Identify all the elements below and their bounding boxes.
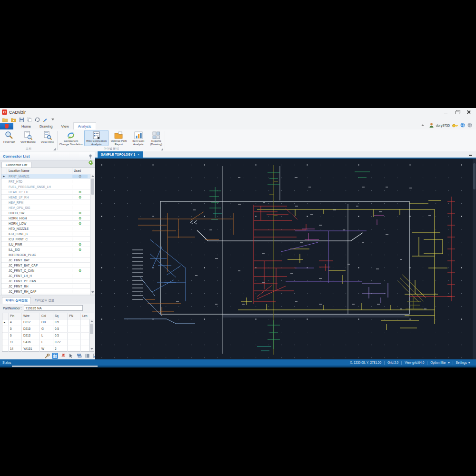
close-tab-icon[interactable]: × (138, 153, 139, 156)
pin-cell: G (40, 326, 53, 332)
table-row[interactable]: HEV_OPU_SIG (1, 205, 90, 210)
refresh-gear-icon[interactable] (88, 158, 95, 168)
save-icon[interactable] (20, 118, 24, 122)
settings-dropdown[interactable]: Settings (453, 361, 474, 364)
collapse-ribbon-icon[interactable] (421, 124, 424, 126)
tab-home[interactable]: Home (17, 123, 35, 129)
pin-cell: SA16 (22, 339, 40, 346)
document-tab-strip: SAMPLE TOPOLOGY 1 × (95, 151, 476, 159)
column-header-location-name[interactable]: Location Name (7, 168, 72, 174)
restore-button[interactable] (455, 110, 460, 114)
column-header-pin[interactable]: Pin (9, 313, 22, 319)
tab-connector-detail[interactable]: 커넥터 상세정보 (2, 297, 31, 304)
table-row[interactable]: ICU_FRNT_B (1, 231, 90, 237)
column-header-col[interactable]: Col (40, 313, 53, 319)
pin-cell: 11 (9, 339, 22, 346)
optimal-path-report-button[interactable]: Optimal Path Report (109, 130, 129, 146)
table-row[interactable]: HTD_NOZZLE (1, 226, 90, 231)
copy-icon[interactable] (27, 118, 31, 122)
dialog-launcher-icon[interactable] (161, 148, 163, 150)
component-change-simulation-button[interactable]: Component Change Simulation (58, 130, 84, 146)
tool-book-icon[interactable] (84, 353, 90, 359)
tool-redline-icon[interactable] (60, 353, 66, 359)
location-name-cell: HORN_LOW (7, 222, 72, 225)
open-folder-icon[interactable] (2, 118, 8, 122)
table-row[interactable]: HEV_RPM (1, 200, 90, 205)
pen-icon[interactable] (43, 118, 47, 122)
app-menu-button[interactable] (0, 123, 13, 129)
tab-diode-info[interactable]: 다이오드 정보 (32, 298, 57, 304)
qat-dropdown-icon[interactable] (51, 119, 54, 120)
document-minimize-icon[interactable] (469, 155, 472, 156)
column-header-used[interactable]: Used (72, 168, 89, 174)
part-number-field[interactable] (24, 305, 83, 311)
table-row[interactable]: 6D213L0.5 (2, 333, 94, 339)
column-header-wire[interactable]: Wire (22, 313, 40, 319)
app-logo-icon: C (2, 109, 7, 115)
tool-wrench-icon[interactable] (44, 353, 50, 359)
table-row[interactable]: HOOD_SWO (1, 210, 90, 216)
minimize-button[interactable] (444, 110, 448, 114)
table-row[interactable]: JC_FRNT_BAT_CAP (1, 263, 90, 268)
pin-scrollbar[interactable] (89, 319, 94, 351)
table-row[interactable]: HEAD_LP_RHO (1, 195, 90, 200)
ribbon-tab-row: Home Drawing View Analysis dory9755 (0, 123, 476, 129)
location-name-cell: JC_FRNT_LH_H (7, 274, 72, 278)
tool-grid-icon[interactable] (52, 353, 58, 359)
connector-scrollbar[interactable] (90, 174, 95, 295)
column-header-sq[interactable]: Sq (53, 313, 68, 319)
table-row[interactable]: JC_FRNT_PT_CAN (1, 278, 90, 284)
table-row[interactable]: JC_FRNT_C_CANO (1, 268, 90, 273)
pin-cell: 2 (53, 346, 68, 352)
table-row[interactable]: 5D215G0.5 (2, 326, 94, 333)
table-row[interactable]: JC_FRNT_RH_CAP (1, 289, 90, 294)
tab-view[interactable]: View (57, 123, 73, 129)
settings-globe-icon[interactable] (467, 121, 472, 129)
help-globe-icon[interactable] (460, 121, 465, 129)
import-folder-icon[interactable] (11, 118, 16, 122)
column-header-pn[interactable]: PN (68, 313, 81, 319)
table-row[interactable]: ▶FRNT_MAIN21O (1, 174, 90, 179)
pin-cell (68, 326, 81, 332)
find-path-button[interactable]: Find Path (0, 130, 19, 146)
table-row[interactable]: ICU_FRNT_C (1, 237, 90, 242)
table-row[interactable]: FRT_HTD (1, 179, 90, 184)
table-row[interactable]: HEAD_LP_LHO (1, 189, 90, 195)
table-row[interactable]: JC_FRNT_BAT (1, 258, 90, 263)
key-icon[interactable] (452, 121, 458, 129)
table-row[interactable]: HORN_HIGHO (1, 216, 90, 221)
column-header-len[interactable]: Len (81, 313, 94, 319)
table-row[interactable]: 11SA16L0.22 (2, 339, 94, 346)
tool-select-icon[interactable] (68, 353, 74, 359)
table-row[interactable]: ILL_SIGO (1, 247, 90, 252)
close-button[interactable] (466, 110, 471, 114)
undo-icon[interactable] (35, 118, 40, 122)
tab-connector-list[interactable]: Connector List (1, 162, 31, 168)
tab-analysis[interactable]: Analysis (73, 122, 96, 129)
used-cell: O (72, 222, 88, 225)
wire-connection-analysis-button[interactable]: Wire Connection Analysis (84, 130, 109, 146)
tool-layers-icon[interactable] (76, 353, 82, 359)
view-inline-button[interactable]: View Inline (38, 130, 57, 146)
dialog-launcher-icon[interactable] (53, 148, 56, 150)
table-row[interactable]: INTERLOCK_PLUG (1, 252, 90, 258)
tab-drawing[interactable]: Drawing (35, 123, 57, 129)
option-filter-dropdown[interactable]: Option filter (427, 361, 452, 364)
panel-title: Connector List (0, 154, 30, 159)
reports-drawing-button[interactable]: Reports (Drawing) (148, 130, 165, 146)
table-row[interactable]: ILU_PWRO (1, 242, 90, 247)
item-cost-analysis-button[interactable]: Item Cost Analysis (129, 130, 148, 146)
table-row[interactable]: FUEL_PRESSURE_SNSR_LH (1, 184, 90, 189)
tab-sample-topology-1[interactable]: SAMPLE TOPOLOGY 1 × (98, 151, 143, 158)
location-name-cell: JC_FRNT_RH (7, 285, 72, 288)
chevron-down-icon (468, 362, 470, 364)
table-row[interactable]: 14YA151W2 (2, 346, 94, 353)
cursor-position: X: 1230.08, Y: 2781.50 (347, 361, 384, 364)
drawing-canvas[interactable] (95, 159, 476, 359)
row-marker (2, 346, 9, 352)
table-row[interactable]: JC_FRNT_LH_H (1, 273, 90, 278)
table-row[interactable]: ▸4D212OB0.5 (2, 319, 94, 326)
table-row[interactable]: JC_FRNT_RH (1, 284, 90, 289)
table-row[interactable]: HORN_LOWO (1, 221, 90, 226)
view-bundle-button[interactable]: View Bundle (19, 130, 38, 146)
